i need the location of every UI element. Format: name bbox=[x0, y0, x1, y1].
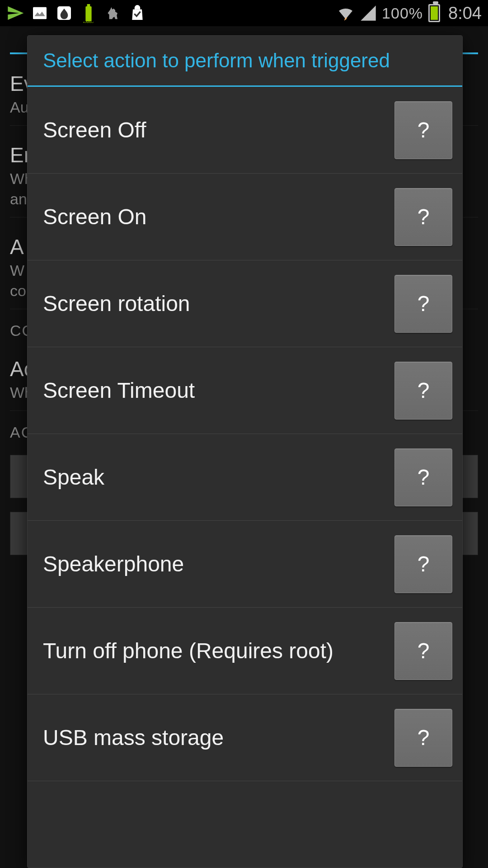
action-item-screen-off[interactable]: Screen Off ? bbox=[28, 87, 462, 174]
svg-rect-2 bbox=[85, 6, 91, 21]
svg-rect-0 bbox=[33, 7, 47, 19]
help-button[interactable]: ? bbox=[394, 709, 452, 767]
drop-icon bbox=[55, 4, 73, 22]
send-icon bbox=[6, 4, 24, 22]
help-button[interactable]: ? bbox=[394, 448, 452, 506]
action-item-screen-rotation[interactable]: Screen rotation ? bbox=[28, 260, 462, 347]
action-item-label: Speak bbox=[43, 464, 394, 491]
action-item-turn-off-phone[interactable]: Turn off phone (Requires root) ? bbox=[28, 608, 462, 694]
action-item-label: Screen On bbox=[43, 203, 394, 231]
action-item-label: Screen Off bbox=[43, 117, 394, 144]
help-button[interactable]: ? bbox=[394, 101, 452, 159]
action-item-label: Screen Timeout bbox=[43, 377, 394, 404]
battery-small-icon: 100% bbox=[80, 4, 98, 22]
svg-text:100%: 100% bbox=[83, 21, 94, 23]
help-button[interactable]: ? bbox=[394, 188, 452, 246]
battery-percent: 100% bbox=[382, 5, 423, 22]
action-item-label: Speakerphone bbox=[43, 551, 394, 578]
action-item-label: Screen rotation bbox=[43, 290, 394, 317]
battery-icon bbox=[427, 4, 441, 22]
action-item-label: USB mass storage bbox=[43, 724, 394, 751]
help-button[interactable]: ? bbox=[394, 362, 452, 420]
status-bar: 100% 100% 8:04 bbox=[0, 0, 488, 26]
image-icon bbox=[31, 4, 49, 22]
dialog-title: Select action to perform when triggered bbox=[28, 36, 462, 87]
action-item-speak[interactable]: Speak ? bbox=[28, 434, 462, 521]
action-item-usb-mass-storage[interactable]: USB mass storage ? bbox=[28, 694, 462, 781]
signal-icon bbox=[359, 4, 377, 22]
action-item-speakerphone[interactable]: Speakerphone ? bbox=[28, 521, 462, 608]
clock: 8:04 bbox=[448, 4, 482, 23]
llama-icon bbox=[104, 4, 122, 22]
check-bag-icon bbox=[128, 4, 146, 22]
help-button[interactable]: ? bbox=[394, 275, 452, 333]
action-item-screen-on[interactable]: Screen On ? bbox=[28, 174, 462, 260]
help-button[interactable]: ? bbox=[394, 535, 452, 593]
svg-rect-3 bbox=[87, 4, 90, 6]
action-item-label: Turn off phone (Requires root) bbox=[43, 637, 394, 665]
action-item-screen-timeout[interactable]: Screen Timeout ? bbox=[28, 347, 462, 434]
action-list[interactable]: Screen Off ? Screen On ? Screen rotation… bbox=[28, 87, 462, 868]
wifi-icon bbox=[337, 4, 355, 22]
action-select-dialog: Select action to perform when triggered … bbox=[27, 35, 463, 868]
help-button[interactable]: ? bbox=[394, 622, 452, 680]
